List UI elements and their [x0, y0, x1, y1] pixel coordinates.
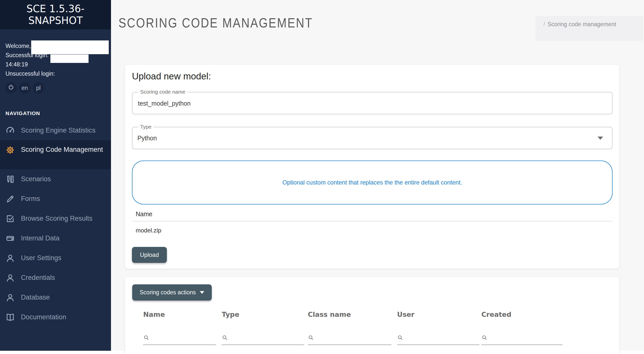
sidebar-item-scoring-engine-statistics[interactable]: Scoring Engine Statistics — [0, 121, 111, 140]
app-root: SCE 1.5.36-SNAPSHOT Welcome, Successful … — [0, 0, 644, 354]
breadcrumb-item-scoring-code-management[interactable]: Scoring code management — [548, 21, 616, 28]
table-column-type: Type — [222, 310, 304, 318]
navigation-caption: NAVIGATION — [6, 110, 40, 116]
sidebar-item-label: Internal Data — [21, 234, 60, 242]
sidebar-item-database[interactable]: Database — [0, 288, 111, 307]
file-row: model.zip — [136, 227, 161, 234]
sidebar-nav: Scoring Engine StatisticsScoring Code Ma… — [0, 121, 111, 327]
column-header-name[interactable]: Name — [143, 310, 216, 318]
sidebar-item-scenarios[interactable]: Scenarios — [0, 169, 111, 189]
drive-icon — [6, 234, 15, 243]
search-icon — [143, 334, 152, 344]
sidebar-item-label: Browse Scoring Results — [21, 215, 92, 222]
sidebar: SCE 1.5.36-SNAPSHOT Welcome, Successful … — [0, 0, 111, 351]
scoring-codes-table: NameTypeClass nameUserCreated — [125, 277, 619, 354]
sidebar-item-documentation[interactable]: Documentation — [0, 307, 111, 327]
book-icon — [6, 312, 15, 322]
scoring-codes-card: Scoring codes actions NameTypeClass name… — [125, 277, 619, 354]
column-header-class-name[interactable]: Class name — [308, 310, 391, 318]
user-icon — [6, 253, 15, 263]
sidebar-item-label: User Settings — [21, 254, 61, 262]
sidebar-item-user-settings[interactable]: User Settings — [0, 248, 111, 268]
gauge-icon — [6, 126, 15, 135]
app-logo-title[interactable]: SCE 1.5.36-SNAPSHOT — [14, 3, 97, 27]
session-buttons: en pl — [5, 82, 44, 94]
breadcrumb-separator: / — [544, 21, 545, 28]
files-table-header: Name — [136, 210, 152, 218]
page-title: SCORING CODE MANAGEMENT — [118, 15, 347, 31]
language-button-en[interactable]: en — [19, 82, 30, 94]
type-selected-value: Python — [138, 127, 586, 149]
sidebar-item-browse-scoring-results[interactable]: Browse Scoring Results — [0, 209, 111, 228]
pen-icon — [6, 194, 15, 204]
pencil-ruler-icon — [6, 175, 15, 184]
user-icon — [6, 273, 15, 283]
scoring-code-name-field[interactable]: Scoring code name — [132, 92, 612, 114]
sidebar-item-internal-data[interactable]: Internal Data — [0, 228, 111, 248]
table-column-name: Name — [143, 310, 216, 318]
logout-button[interactable] — [5, 82, 17, 94]
search-icon — [482, 334, 490, 344]
gear-icon — [6, 145, 15, 155]
filter-name[interactable] — [143, 328, 216, 345]
filter-input-class-name[interactable] — [316, 335, 391, 343]
dropzone-text: Optional custom content that replaces th… — [282, 179, 462, 186]
language-button-pl[interactable]: pl — [33, 82, 44, 94]
table-column-class-name: Class name — [308, 310, 391, 318]
sidebar-item-credentials[interactable]: Credentials — [0, 268, 111, 288]
sidebar-item-label: Scenarios — [21, 175, 51, 183]
table-column-user: User — [397, 310, 480, 318]
search-icon — [308, 334, 316, 344]
upload-model-card: Upload new model: Scoring code name Type… — [125, 64, 619, 269]
column-header-created[interactable]: Created — [482, 310, 562, 318]
sidebar-item-label: Scoring Engine Statistics — [21, 127, 96, 134]
search-icon — [222, 334, 230, 344]
sidebar-item-forms[interactable]: Forms — [0, 189, 111, 209]
scoring-code-name-input[interactable] — [138, 92, 588, 114]
sidebar-item-label: Credentials — [21, 274, 55, 282]
power-icon — [8, 84, 14, 92]
login-time: 14:48:19 — [6, 60, 55, 69]
sidebar-item-label: Scoring Code Management — [21, 146, 103, 153]
filter-input-user[interactable] — [406, 335, 480, 343]
filter-created[interactable] — [482, 328, 562, 345]
sidebar-item-label: Database — [21, 294, 50, 301]
sidebar-item-label: Documentation — [21, 313, 66, 321]
filter-input-type[interactable] — [230, 335, 304, 343]
table-column-created: Created — [482, 310, 562, 318]
user-icon — [6, 293, 15, 302]
sidebar-header: SCE 1.5.36-SNAPSHOT — [0, 0, 111, 30]
type-select-field[interactable]: Type Python — [132, 127, 612, 149]
upload-button[interactable]: Upload — [132, 247, 167, 263]
upload-card-heading: Upload new model: — [132, 71, 211, 82]
sidebar-item-scoring-code-management[interactable]: Scoring Code Management — [0, 140, 111, 169]
redacted-username — [31, 41, 109, 54]
filter-input-name[interactable] — [152, 335, 216, 343]
files-table-divider — [132, 221, 612, 221]
redacted-login-date — [50, 55, 88, 63]
checkbox-check-icon — [6, 214, 15, 223]
breadcrumb: /Scoring code management — [536, 16, 643, 41]
filter-input-created[interactable] — [490, 335, 562, 343]
chevron-down-icon — [598, 137, 603, 140]
filter-class-name[interactable] — [308, 328, 391, 345]
sidebar-item-label: Forms — [21, 195, 40, 203]
filter-type[interactable] — [222, 328, 304, 345]
filter-user[interactable] — [397, 328, 480, 345]
search-icon — [397, 334, 406, 344]
file-dropzone[interactable]: Optional custom content that replaces th… — [132, 161, 612, 204]
unsuccessful-login-label: Unsuccessful login: — [6, 69, 55, 78]
column-header-user[interactable]: User — [397, 310, 480, 318]
column-header-type[interactable]: Type — [222, 310, 304, 318]
